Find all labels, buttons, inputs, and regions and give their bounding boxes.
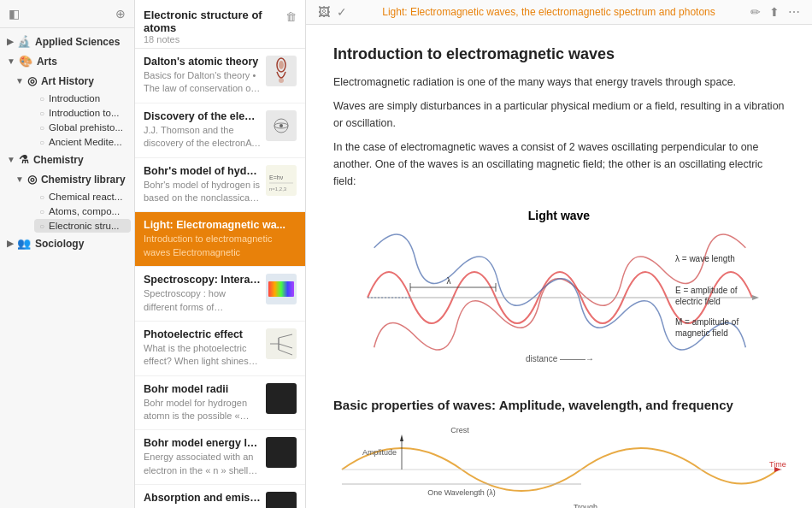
note-item-bohr-radii[interactable]: Bohr model radii Bohr model for hydrogen… [135, 376, 305, 431]
note-item-content: Photoelectric effect What is the photoel… [144, 328, 261, 369]
note-title: Bohr model radii [144, 383, 261, 395]
toolbar-right: ✏ ⬆ ⋯ [750, 5, 800, 19]
chevron-down-icon: ▼ [15, 174, 24, 184]
applied-sciences-icon: 🔬 [17, 35, 31, 48]
sidebar-atoms-label: Atoms, compo... [49, 206, 120, 216]
more-icon[interactable]: ⋯ [788, 5, 800, 19]
share-icon[interactable]: ⬆ [769, 5, 780, 19]
arts-icon: 🎨 [19, 55, 32, 68]
note-item-content: Bohr model radii Bohr model for hydrogen… [144, 383, 261, 423]
note-list: Electronic structure of atoms 18 notes 🗑… [135, 0, 306, 508]
note-item-bohr-energy[interactable]: Bohr model energy levels Energy associat… [135, 430, 305, 485]
note-item-content: Discovery of the electron... J.J. Thomso… [144, 110, 261, 151]
delete-icon[interactable]: 🗑 [285, 10, 297, 23]
svg-text:Time: Time [769, 460, 786, 469]
note-icon: ○ [39, 222, 44, 231]
sidebar-item-atoms-compo[interactable]: ○ Atoms, compo... [34, 204, 131, 218]
light-wave-svg: λ distance ———→ λ = wave length E = ampl… [333, 229, 786, 366]
sidebar-toggle-icon[interactable]: ◧ [9, 7, 20, 21]
sidebar-add-icon[interactable]: ⊕ [115, 7, 126, 21]
note-thumbnail [266, 437, 297, 468]
note-item-content: Light: Electromagnetic wa... Introductio… [144, 219, 297, 259]
note-preview: Bohr's model of hydrogen is based on the… [144, 179, 261, 205]
note-icon: ○ [39, 94, 44, 103]
chemistry-subnav: ▼ ◎ Chemistry library ○ Chemical react..… [0, 169, 134, 233]
note-title: Light: Electromagnetic wa... [144, 219, 297, 231]
sidebar-sociology-label: Sociology [35, 238, 84, 250]
note-list-actions: 🗑 [285, 10, 297, 23]
note-item-spectroscopy[interactable]: Spectroscopy: Interaction... Spectroscop… [135, 267, 305, 322]
svg-text:magnetic field: magnetic field [675, 328, 728, 338]
note-item-absorption[interactable]: Absorption and emission More generally f… [135, 485, 305, 508]
note-item-content: Dalton's atomic theory Basics for Dalton… [144, 56, 261, 96]
note-preview: What is the photoelectric effect? When l… [144, 342, 261, 369]
note-item-bohrs-model[interactable]: Bohr's model of hydrogen Bohr's model of… [135, 158, 305, 213]
svg-line-12 [279, 334, 292, 338]
sidebar-intro-to-label: Introduction to... [49, 108, 119, 118]
sidebar-chemistry-label: Chemistry [33, 154, 84, 166]
content-p3: In the case of electromagnetic waves a c… [333, 139, 785, 190]
note-title: Absorption and emission [144, 492, 261, 504]
note-item-light-em[interactable]: Light: Electromagnetic wa... Introductio… [135, 212, 305, 267]
sidebar-item-chemistry-library[interactable]: ▼ ◎ Chemistry library [15, 169, 134, 189]
svg-rect-9 [268, 281, 294, 297]
art-history-icon: ◎ [27, 74, 37, 87]
check-icon[interactable]: ✓ [337, 5, 347, 19]
note-item-daltons[interactable]: Dalton's atomic theory Basics for Dalton… [135, 49, 305, 103]
toolbar-title: Light: Electromagnetic waves, the electr… [382, 6, 715, 18]
svg-text:E=hν: E=hν [269, 174, 284, 180]
toolbar-left: 🖼 ✓ [318, 5, 347, 19]
sidebar-item-chemical-react[interactable]: ○ Chemical react... [34, 190, 131, 204]
sidebar-item-chemistry[interactable]: ▼ ⚗ Chemistry [0, 150, 134, 169]
sidebar-item-label: Applied Sciences [35, 36, 120, 48]
svg-line-14 [279, 350, 292, 355]
chemistry-library-subnav: ○ Chemical react... ○ Atoms, compo... ○ … [15, 190, 134, 233]
svg-text:E = amplitude of: E = amplitude of [675, 286, 738, 295]
note-preview: J.J. Thomson and the discovery of the el… [144, 124, 261, 151]
content-h1: Introduction to electromagnetic waves [333, 45, 785, 63]
content-h2: Basic properties of waves: Amplitude, wa… [333, 398, 785, 412]
image-icon[interactable]: 🖼 [318, 5, 330, 19]
note-title: Dalton's atomic theory [144, 56, 261, 68]
sidebar-item-ancient-medite[interactable]: ○ Ancient Medite... [34, 135, 131, 149]
note-thumbnail [266, 274, 297, 304]
art-history-subnav: ○ Introduction ○ Introduction to... ○ Gl… [15, 92, 134, 149]
chemistry-library-icon: ◎ [27, 173, 37, 186]
note-title: Spectroscopy: Interaction... [144, 274, 261, 286]
sidebar-item-applied-sciences[interactable]: ▶ 🔬 Applied Sciences [0, 32, 134, 51]
note-title: Bohr's model of hydrogen [144, 165, 261, 177]
note-thumbnail [266, 492, 297, 508]
sidebar-item-introduction[interactable]: ○ Introduction [34, 92, 131, 105]
edit-icon[interactable]: ✏ [750, 5, 761, 19]
sidebar-item-electronic-stru[interactable]: ○ Electronic stru... [34, 219, 131, 233]
sidebar-art-history-label: Art History [41, 75, 94, 87]
note-icon: ○ [39, 138, 44, 147]
note-preview: Spectroscopy : how different forms of el… [144, 287, 261, 314]
sidebar-item-sociology[interactable]: ▶ 👥 Sociology [0, 233, 134, 253]
svg-line-13 [279, 344, 292, 348]
content-p1: Electromagnetic radiation is one of the … [333, 74, 785, 91]
note-item-photoelectric[interactable]: Photoelectric effect What is the photoel… [135, 322, 305, 376]
sidebar-item-global-prehisto[interactable]: ○ Global prehisto... [34, 121, 131, 134]
sidebar-nav: ▶ 🔬 Applied Sciences ▼ 🎨 Arts ▼ ◎ Art Hi… [0, 28, 134, 508]
note-thumbnail [266, 110, 297, 141]
note-list-scroll: Dalton's atomic theory Basics for Dalton… [135, 49, 305, 508]
sidebar-item-art-history[interactable]: ▼ ◎ Art History [15, 71, 134, 91]
note-list-header: Electronic structure of atoms 18 notes 🗑 [135, 0, 305, 49]
sidebar-item-introduction-to[interactable]: ○ Introduction to... [34, 106, 131, 120]
svg-text:λ = wave length: λ = wave length [675, 254, 735, 263]
chevron-down-icon: ▼ [7, 56, 15, 66]
note-icon: ○ [39, 109, 44, 118]
content-toolbar: 🖼 ✓ Light: Electromagnetic waves, the el… [306, 0, 812, 25]
amplitude-diagram: Amplitude Crest Trough Time One Waveleng… [333, 422, 785, 508]
note-item-discovery[interactable]: Discovery of the electron... J.J. Thomso… [135, 103, 305, 158]
note-icon: ○ [39, 123, 44, 133]
note-thumbnail [266, 383, 297, 414]
sidebar-item-arts[interactable]: ▼ 🎨 Arts [0, 51, 134, 71]
sociology-icon: 👥 [17, 237, 31, 250]
svg-text:n=1,2,3: n=1,2,3 [269, 186, 287, 192]
chevron-down-icon: ▼ [7, 155, 15, 164]
svg-text:Trough: Trough [574, 503, 597, 508]
content-p2: Waves are simply disturbances in a parti… [333, 97, 785, 132]
note-preview: Bohr model for hydrogen atomn is the pos… [144, 397, 261, 423]
